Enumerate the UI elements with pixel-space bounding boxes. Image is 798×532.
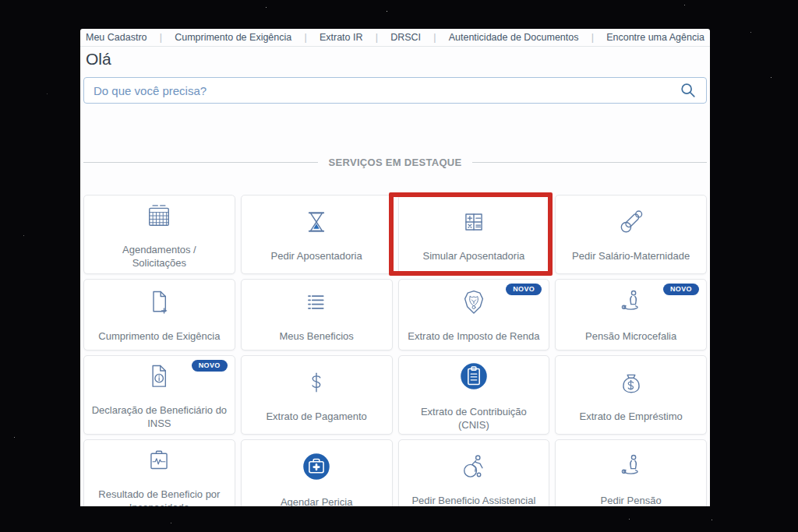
card-agendamentos-solicitacoes[interactable]: Agendamentos / Solicitações <box>83 195 235 274</box>
lion-shield-icon <box>457 286 490 322</box>
card-label: Extrato de Pagamento <box>266 410 366 424</box>
section-rule-left <box>83 162 318 163</box>
card-label: Declaração de Beneficiário do INSS <box>90 404 228 431</box>
section-title: SERVIÇOS EM DESTAQUE <box>329 157 462 168</box>
wheelchair-icon <box>457 450 490 486</box>
card-label: Pedir Salário-Maternidade <box>572 250 690 263</box>
card-label: Extrato de Contribuição (CNIS) <box>405 406 543 432</box>
card-declaracao-beneficiario-inss[interactable]: NOVO Declaração de Beneficiário do INSS <box>83 355 235 435</box>
card-label: Resultado de Beneficio por Incapacidade <box>90 488 228 506</box>
card-label: Meus Beneficios <box>279 330 353 344</box>
document-plus-icon <box>143 286 175 322</box>
person-on-hand-icon <box>615 286 648 322</box>
card-cumprimento-exigencia[interactable]: Cumprimento de Exigência <box>83 279 235 351</box>
greeting-text: Olá <box>86 50 111 69</box>
clipboard-circle-icon <box>456 358 492 397</box>
calendar-icon <box>143 199 175 235</box>
card-label: Simular Aposentadoria <box>422 250 524 263</box>
money-bag-icon <box>615 366 648 402</box>
novo-badge: NOVO <box>192 360 228 372</box>
novo-badge: NOVO <box>506 284 542 295</box>
card-label: Pedir Aposentadoria <box>271 250 362 263</box>
starfield <box>0 0 1 1</box>
nav-item-encontre-agencia[interactable]: Encontre uma Agência <box>606 32 704 43</box>
card-pensao-microcefalia[interactable]: NOVO Pensão Microcefalia <box>555 279 707 351</box>
card-extrato-contribuicao-cnis[interactable]: Extrato de Contribuição (CNIS) <box>398 355 550 435</box>
card-agendar-pericia[interactable]: Agendar Pericia <box>241 439 393 506</box>
dollar-icon <box>300 366 333 402</box>
services-grid: Agendamentos / Solicitações Pedir Aposen… <box>83 195 707 506</box>
pacifier-icon <box>615 206 648 241</box>
calculator-icon <box>457 206 490 241</box>
nav-separator: | <box>591 32 594 43</box>
nav-separator: | <box>304 32 306 43</box>
nav-separator: | <box>376 32 378 43</box>
nav-item-drsci[interactable]: DRSCI <box>390 32 421 43</box>
card-pedir-aposentadoria[interactable]: Pedir Aposentadoria <box>241 195 393 274</box>
magnifier-icon <box>680 82 697 99</box>
nav-separator: | <box>433 32 436 43</box>
search-input[interactable] <box>84 84 670 97</box>
card-extrato-emprestimo[interactable]: Extrato de Empréstimo <box>555 355 707 435</box>
nav-divider <box>80 46 710 47</box>
section-rule-right <box>472 162 707 163</box>
list-icon <box>300 286 333 322</box>
search-button[interactable] <box>670 78 706 103</box>
card-label: Pedir Beneficio Assistencial <box>411 495 535 506</box>
novo-badge: NOVO <box>663 284 699 295</box>
section-header: SERVIÇOS EM DESTAQUE <box>83 157 707 168</box>
card-label: Pensão Microcefalia <box>585 330 676 344</box>
card-label: Extrato de Imposto de Renda <box>408 330 539 344</box>
card-extrato-imposto-renda[interactable]: NOVO Extrato de Imposto de Renda <box>398 279 550 351</box>
card-extrato-pagamento[interactable]: Extrato de Pagamento <box>241 355 393 435</box>
card-label: Extrato de Empréstimo <box>580 410 683 424</box>
top-nav: Meu Cadastro | Cumprimento de Exigência … <box>86 29 704 46</box>
ekg-monitor-icon <box>143 444 175 480</box>
card-simular-aposentadoria[interactable]: Simular Aposentadoria <box>398 195 550 274</box>
card-label: Agendamentos / Solicitações <box>108 244 210 270</box>
document-info-icon <box>143 360 175 396</box>
nav-item-extrato-ir[interactable]: Extrato IR <box>320 32 363 43</box>
search-bar <box>83 77 707 104</box>
card-resultado-beneficio-incapacidade[interactable]: Resultado de Beneficio por Incapacidade <box>83 439 235 506</box>
card-label: Pedir Pensão <box>601 495 662 506</box>
nav-item-cumprimento-exigencia[interactable]: Cumprimento de Exigência <box>175 32 291 43</box>
card-label: Cumprimento de Exigência <box>98 330 220 344</box>
hourglass-icon <box>300 206 333 241</box>
card-pedir-pensao[interactable]: Pedir Pensão <box>555 439 707 506</box>
main-panel: Meu Cadastro | Cumprimento de Exigência … <box>80 29 710 506</box>
first-aid-circle-icon <box>298 449 334 488</box>
card-pedir-salario-maternidade[interactable]: Pedir Salário-Maternidade <box>555 195 707 274</box>
card-meus-beneficios[interactable]: Meus Beneficios <box>241 279 393 351</box>
card-label: Agendar Pericia <box>281 496 353 506</box>
card-pedir-beneficio-assistencial[interactable]: Pedir Beneficio Assistencial <box>398 439 550 506</box>
nav-item-autenticidade-documentos[interactable]: Autenticidade de Documentos <box>449 32 579 43</box>
nav-separator: | <box>160 32 162 43</box>
person-on-hand-icon <box>615 450 648 486</box>
nav-item-meu-cadastro[interactable]: Meu Cadastro <box>86 32 147 43</box>
